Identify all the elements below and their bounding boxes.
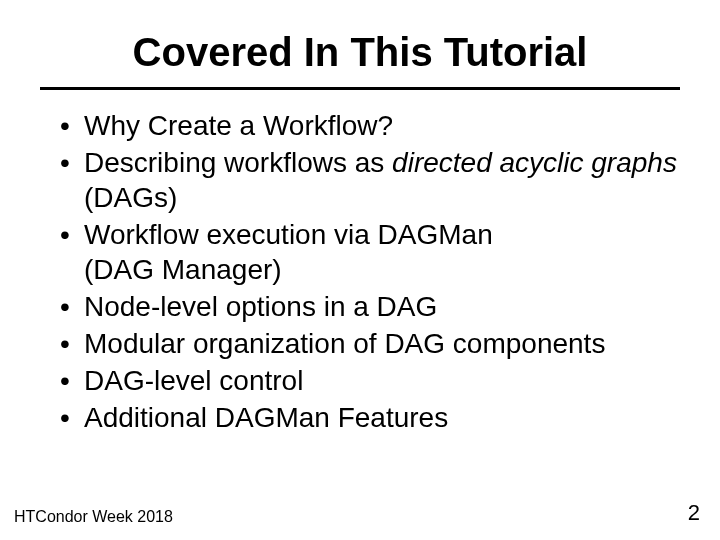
bullet-text: Why Create a Workflow? xyxy=(84,110,393,141)
footer-left: HTCondor Week 2018 xyxy=(14,508,173,526)
bullet-text: Workflow execution via DAGMan xyxy=(84,219,493,250)
bullet-text: Node-level options in a DAG xyxy=(84,291,437,322)
bullet-text: DAG-level control xyxy=(84,365,303,396)
slide: Covered In This Tutorial Why Create a Wo… xyxy=(0,0,720,540)
bullet-text: Describing workflows as xyxy=(84,147,392,178)
list-item: Workflow execution via DAGMan (DAG Manag… xyxy=(60,217,680,287)
title-divider xyxy=(40,87,680,90)
bullet-list: Why Create a Workflow? Describing workfl… xyxy=(40,108,680,435)
slide-title: Covered In This Tutorial xyxy=(40,30,680,75)
bullet-text: Additional DAGMan Features xyxy=(84,402,448,433)
bullet-text: (DAG Manager) xyxy=(84,254,282,285)
list-item: Describing workflows as directed acyclic… xyxy=(60,145,680,215)
list-item: DAG-level control xyxy=(60,363,680,398)
bullet-text: Modular organization of DAG components xyxy=(84,328,605,359)
list-item: Modular organization of DAG components xyxy=(60,326,680,361)
list-item: Why Create a Workflow? xyxy=(60,108,680,143)
bullet-text-italic: directed acyclic graphs xyxy=(392,147,677,178)
list-item: Additional DAGMan Features xyxy=(60,400,680,435)
page-number: 2 xyxy=(688,500,700,526)
list-item: Node-level options in a DAG xyxy=(60,289,680,324)
bullet-text: (DAGs) xyxy=(84,182,177,213)
